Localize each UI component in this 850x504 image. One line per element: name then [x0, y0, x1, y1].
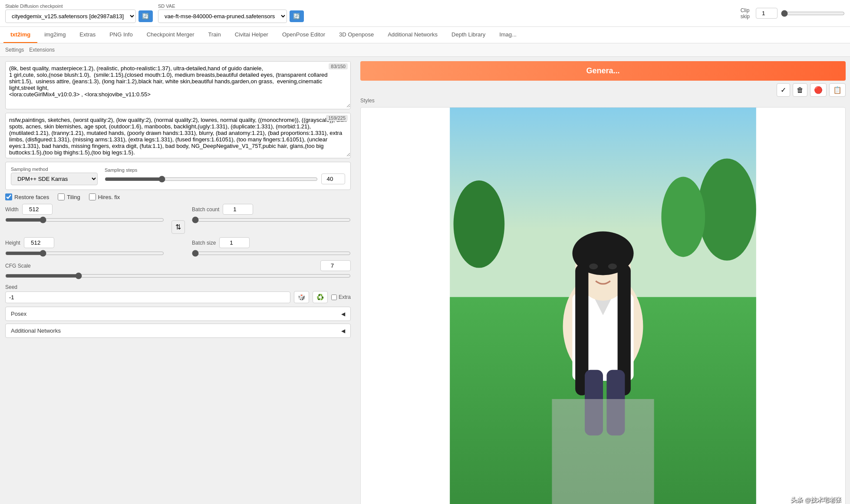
clip-skip-input[interactable] [756, 8, 778, 19]
tab-png-info[interactable]: PNG Info [102, 27, 139, 43]
clip-skip-slider[interactable] [781, 10, 845, 17]
tiling-checkbox[interactable] [58, 193, 65, 200]
seed-input[interactable] [5, 291, 290, 303]
image-display-area: 头条 @技术宅老张 [360, 107, 846, 504]
positive-prompt-input[interactable] [6, 62, 350, 108]
batch-size-input[interactable] [219, 237, 250, 248]
clip-skip-section: Clip skip [741, 7, 845, 20]
sampling-steps-slider[interactable] [105, 176, 318, 183]
checkbox-row: Restore faces Tiling Hires. fix [5, 193, 351, 200]
seed-label: Seed [5, 284, 351, 290]
additional-networks-accordion-header[interactable]: Additional Networks ◀ [6, 324, 350, 337]
cfg-scale-input[interactable] [320, 260, 351, 271]
additional-networks-accordion: Additional Networks ◀ [5, 324, 351, 338]
tab-additional-networks[interactable]: Additional Networks [381, 27, 445, 43]
width-input[interactable] [22, 204, 53, 215]
svg-point-3 [661, 177, 705, 257]
main-layout: 83/150 159/225 Sampling method DPM++ SDE… [0, 57, 850, 504]
batch-count-row: Batch count [192, 204, 351, 215]
seed-recycle-button[interactable]: ♻️ [313, 291, 328, 303]
tab-imag[interactable]: Imag... [492, 27, 524, 43]
batch-count-label: Batch count [192, 206, 219, 213]
tab-3d-openpose[interactable]: 3D Openpose [332, 27, 381, 43]
svg-point-1 [454, 180, 505, 268]
vae-section: SD VAE vae-ft-mse-840000-ema-pruned.safe… [158, 3, 304, 23]
batch-count-input[interactable] [223, 204, 253, 215]
width-label: Width [5, 206, 19, 213]
height-slider[interactable] [5, 250, 164, 257]
checkpoint-dropdown[interactable]: cityedgemix_v125.safetensors [de2987a813… [5, 10, 136, 23]
tab-openpose-editor[interactable]: OpenPose Editor [275, 27, 332, 43]
seed-section: Seed 🎲 ♻️ Extra [5, 284, 351, 303]
svg-point-2 [698, 159, 756, 261]
left-panel: 83/150 159/225 Sampling method DPM++ SDE… [0, 57, 356, 504]
positive-token-count: 83/150 [329, 63, 348, 69]
tab-extras[interactable]: Extras [72, 27, 102, 43]
sampling-method-label: Sampling method [11, 167, 98, 172]
negative-prompt-input[interactable] [6, 113, 350, 157]
batch-size-slider[interactable] [192, 250, 351, 257]
svg-point-12 [589, 264, 598, 269]
checkpoint-label: Stable Diffusion checkpoint [5, 3, 153, 9]
extra-checkbox[interactable] [331, 295, 337, 300]
sampling-steps-input[interactable] [321, 173, 345, 184]
tab-depth-library[interactable]: Depth Library [445, 27, 492, 43]
posex-accordion-header[interactable]: Posex ◀ [6, 307, 350, 321]
batch-count-slider[interactable] [192, 216, 351, 223]
extra-label: Extra [339, 294, 351, 300]
cfg-scale-slider[interactable] [5, 272, 351, 279]
generated-image [361, 108, 845, 504]
tiling-checkbox-label[interactable]: Tiling [58, 193, 80, 200]
main-tabs: txt2img img2img Extras PNG Info Checkpoi… [0, 27, 850, 43]
style-icon-trash[interactable]: 🗑 [793, 83, 807, 97]
styles-label: Styles [360, 98, 375, 104]
hires-fix-checkbox[interactable] [89, 193, 96, 200]
height-col: Height [5, 237, 164, 257]
negative-token-count: 159/225 [326, 115, 348, 121]
sub-tab-extensions[interactable]: Extensions [29, 45, 55, 55]
batch-count-col: Batch count [192, 204, 351, 223]
extra-checkbox-label[interactable]: Extra [331, 294, 351, 300]
svg-rect-16 [552, 399, 654, 504]
tab-txt2img[interactable]: txt2img [3, 27, 37, 43]
checkpoint-section: Stable Diffusion checkpoint cityedgemix_… [5, 3, 153, 23]
restore-faces-checkbox[interactable] [5, 193, 12, 200]
posex-accordion: Posex ◀ [5, 307, 351, 321]
posex-arrow-icon: ◀ [341, 311, 345, 317]
hires-fix-checkbox-label[interactable]: Hires. fix [89, 193, 120, 200]
height-row: Height [5, 237, 164, 248]
cfg-scale-label: CFG Scale [5, 263, 31, 269]
style-icon-clipboard[interactable]: 📋 [829, 83, 846, 97]
checkpoint-select-row: cityedgemix_v125.safetensors [de2987a813… [5, 10, 153, 23]
additional-networks-arrow-icon: ◀ [341, 328, 345, 334]
additional-networks-label: Additional Networks [11, 327, 61, 334]
width-row: Width [5, 204, 164, 215]
sampling-steps-group: Sampling steps [105, 167, 345, 184]
tab-train[interactable]: Train [201, 27, 228, 43]
checkpoint-refresh-button[interactable]: 🔄 [138, 10, 153, 22]
restore-faces-checkbox-label[interactable]: Restore faces [5, 193, 49, 200]
restore-faces-label: Restore faces [14, 194, 49, 200]
posex-label: Posex [11, 311, 26, 317]
seed-dice-button[interactable]: 🎲 [294, 291, 309, 303]
tab-checkpoint-merger[interactable]: Checkpoint Merger [140, 27, 201, 43]
style-icons-row: ✓ 🗑 🔴 📋 [360, 83, 846, 97]
sampling-method-select[interactable]: DPM++ SDE Karras [11, 173, 98, 185]
style-icon-check[interactable]: ✓ [777, 83, 790, 97]
sub-tabs: Settings Extensions [0, 43, 850, 57]
vae-refresh-button[interactable]: 🔄 [290, 10, 304, 22]
height-input[interactable] [24, 237, 54, 248]
swap-dimensions-button[interactable]: ⇅ [171, 220, 185, 234]
vae-label: SD VAE [158, 3, 304, 9]
tab-img2img[interactable]: img2img [37, 27, 72, 43]
sub-tab-settings[interactable]: Settings [5, 45, 24, 55]
width-slider[interactable] [5, 216, 164, 223]
right-panel: Genera... ✓ 🗑 🔴 📋 Styles [356, 57, 850, 504]
negative-prompt-area: 159/225 [5, 113, 351, 158]
generate-button[interactable]: Genera... [360, 61, 846, 81]
sampling-method-group: Sampling method DPM++ SDE Karras [11, 167, 98, 185]
top-bar: Stable Diffusion checkpoint cityedgemix_… [0, 0, 850, 27]
vae-dropdown[interactable]: vae-ft-mse-840000-ema-pruned.safetensors [158, 10, 287, 23]
tab-civitai-helper[interactable]: Civitai Helper [228, 27, 275, 43]
style-icon-red[interactable]: 🔴 [810, 83, 827, 97]
